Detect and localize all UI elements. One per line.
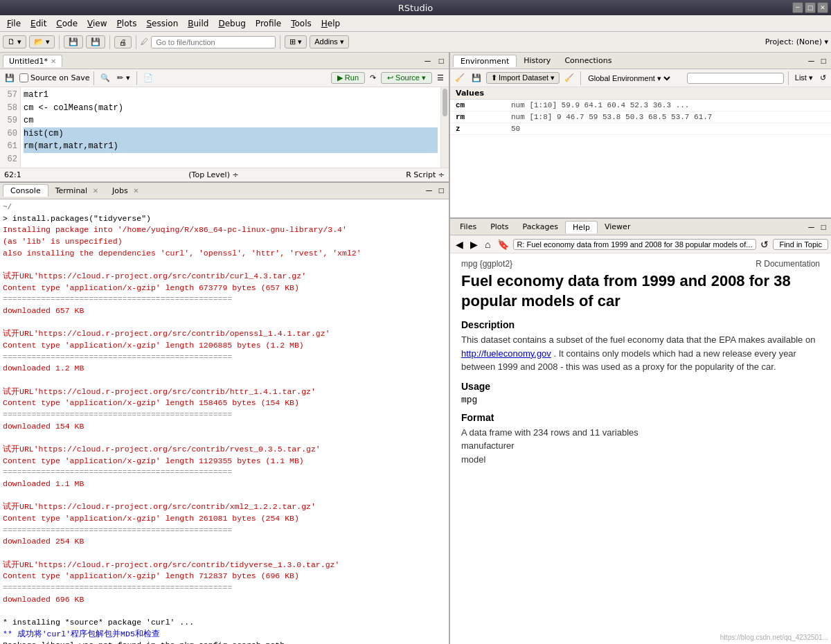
- console-maximize-btn[interactable]: □: [437, 185, 446, 196]
- menu-file[interactable]: File: [3, 17, 25, 30]
- help-pane-controls: ─ □: [806, 222, 828, 233]
- editor-maximize-btn[interactable]: □: [437, 55, 446, 66]
- console-blank-7: [3, 605, 446, 617]
- editor-content: 57 58 59 60 61 62 matr1 cm <- colMeans(m…: [0, 87, 449, 168]
- env-maximize-btn[interactable]: □: [819, 55, 828, 66]
- addins-btn[interactable]: Addins ▾: [310, 35, 349, 48]
- editor-options-btn[interactable]: ☰: [435, 73, 446, 83]
- env-tab-environment[interactable]: Environment: [453, 55, 517, 67]
- editor-minimize-btn[interactable]: ─: [422, 55, 433, 66]
- menu-view[interactable]: View: [83, 17, 111, 30]
- editor-scrollbar[interactable]: [440, 87, 449, 168]
- help-tabs: Files Plots Packages Help Viewer: [453, 221, 637, 233]
- console-blank-4: [3, 432, 446, 444]
- env-search-input[interactable]: [687, 73, 784, 84]
- env-row-z[interactable]: z 50: [450, 123, 831, 135]
- menu-plots[interactable]: Plots: [113, 17, 141, 30]
- help-tab-help[interactable]: Help: [565, 221, 598, 233]
- console-line-18: Content type 'application/x-gzip' length…: [3, 513, 446, 525]
- help-content: mpg {ggplot2} R Documentation Fuel econo…: [450, 253, 831, 644]
- editor-compile-btn[interactable]: 📄: [141, 73, 155, 83]
- help-field-manufacturer: manufacturer: [461, 439, 820, 453]
- env-tab-connections[interactable]: Connections: [557, 55, 618, 67]
- env-tb-sep: [580, 71, 581, 85]
- terminal-tab[interactable]: Terminal ✕: [48, 185, 105, 197]
- menu-session[interactable]: Session: [142, 17, 182, 30]
- editor-wand-btn[interactable]: ✏ ▾: [115, 73, 132, 83]
- import-dataset-btn[interactable]: ⬆ Import Dataset ▾: [486, 72, 560, 84]
- env-refresh-btn[interactable]: ↺: [818, 73, 828, 83]
- run-btn[interactable]: ▶ Run: [331, 72, 365, 84]
- menu-help[interactable]: Help: [317, 17, 344, 30]
- global-env-select[interactable]: Global Environment ▾: [585, 73, 672, 83]
- env-broom-btn[interactable]: 🧹: [453, 73, 467, 83]
- menu-profile[interactable]: Profile: [251, 17, 285, 30]
- layout-btn[interactable]: ⊞ ▾: [285, 35, 307, 48]
- menu-build[interactable]: Build: [184, 17, 213, 30]
- help-home-btn[interactable]: ⌂: [482, 238, 493, 251]
- help-minimize-btn[interactable]: ─: [806, 222, 816, 233]
- close-btn[interactable]: ✕: [817, 2, 828, 13]
- save-all-btn[interactable]: 💾: [86, 35, 105, 48]
- help-tab-files[interactable]: Files: [453, 221, 483, 233]
- env-save-btn[interactable]: 💾: [470, 73, 483, 83]
- help-back-btn[interactable]: ◀: [453, 238, 466, 251]
- help-forward-btn[interactable]: ▶: [467, 238, 481, 251]
- menu-tools[interactable]: Tools: [287, 17, 316, 30]
- help-bookmark-btn[interactable]: 🔖: [494, 238, 512, 251]
- help-maximize-btn[interactable]: □: [819, 222, 828, 233]
- minimize-btn[interactable]: ─: [792, 2, 803, 13]
- save-btn[interactable]: 💾: [64, 35, 83, 48]
- terminal-close[interactable]: ✕: [93, 187, 98, 195]
- main-toolbar: 🗋 ▾ 📂 ▾ 💾 💾 🖨 🖊 ⊞ ▾ Addins ▾ Project: (N…: [0, 32, 831, 53]
- help-field-model: model: [461, 453, 820, 467]
- editor-search-btn[interactable]: 🔍: [98, 73, 112, 83]
- env-clear-btn[interactable]: 🧹: [562, 73, 576, 83]
- help-tab-viewer[interactable]: Viewer: [598, 221, 637, 233]
- console-line-7: downloaded 657 KB: [3, 305, 446, 317]
- jobs-close[interactable]: ✕: [133, 187, 138, 195]
- find-in-topic-btn[interactable]: Find in Topic: [773, 239, 828, 250]
- console-tab[interactable]: Console: [3, 184, 48, 197]
- env-list-btn[interactable]: List ▾: [793, 73, 815, 83]
- project-label[interactable]: Project: (None) ▾: [765, 37, 828, 46]
- source-on-save-label[interactable]: Source on Save: [19, 73, 89, 82]
- help-url-bar[interactable]: [513, 239, 756, 250]
- right-panel: Environment History Connections ─ □ 🧹 💾 …: [450, 53, 831, 644]
- go-to-file-input[interactable]: [151, 36, 276, 48]
- console-sep-6: ========================================…: [3, 582, 446, 594]
- env-row-cm[interactable]: cm num [1:10] 59.9 64.1 60.4 52.3 36.3 .…: [450, 100, 831, 111]
- open-file-btn[interactable]: 📂 ▾: [29, 35, 55, 48]
- help-tab-packages[interactable]: Packages: [516, 221, 565, 233]
- console-sep-4: ========================================…: [3, 467, 446, 478]
- env-minimize-btn[interactable]: ─: [806, 55, 816, 66]
- menu-debug[interactable]: Debug: [214, 17, 249, 30]
- jobs-tab[interactable]: Jobs ✕: [105, 185, 146, 197]
- console-minimize-btn[interactable]: ─: [424, 185, 434, 196]
- editor-save-btn[interactable]: 💾: [3, 73, 17, 83]
- menu-edit[interactable]: Edit: [26, 17, 51, 30]
- editor-tb-sep1: [93, 71, 94, 85]
- editor-scroll-thumb[interactable]: [443, 89, 447, 116]
- editor-tab-close[interactable]: ✕: [51, 57, 56, 65]
- help-tab-plots[interactable]: Plots: [483, 221, 515, 233]
- menu-code[interactable]: Code: [52, 17, 82, 30]
- next-chunk-btn[interactable]: ↷: [368, 73, 378, 83]
- env-var-cm-name: cm: [456, 101, 511, 109]
- help-fueleconomy-link[interactable]: http://fueleconomy.gov: [461, 348, 551, 359]
- print-btn[interactable]: 🖨: [114, 36, 132, 48]
- new-file-btn[interactable]: 🗋 ▾: [3, 35, 26, 48]
- code-area[interactable]: matr1 cm <- colMeans(matr) cm hist(cm) r…: [21, 87, 440, 168]
- source-on-save-checkbox[interactable]: [19, 73, 28, 82]
- console-content[interactable]: ~/ > install.packages("tidyverse") Insta…: [0, 199, 449, 644]
- editor-tab-untitled1[interactable]: Untitled1* ✕: [3, 55, 62, 67]
- maximize-btn[interactable]: □: [805, 2, 816, 13]
- env-tab-history[interactable]: History: [517, 55, 557, 67]
- console-line-5: 试开URL'https://cloud.r-project.org/src/co…: [3, 271, 446, 283]
- source-btn[interactable]: ↩ Source ▾: [381, 72, 432, 84]
- help-refresh-btn[interactable]: ↺: [758, 238, 771, 251]
- window-controls[interactable]: ─ □ ✕: [792, 2, 828, 13]
- console-blank-1: [3, 259, 446, 271]
- env-row-rm[interactable]: rm num [1:8] 9 46.7 59 53.8 50.3 68.5 53…: [450, 111, 831, 123]
- env-var-rm-name: rm: [456, 113, 511, 121]
